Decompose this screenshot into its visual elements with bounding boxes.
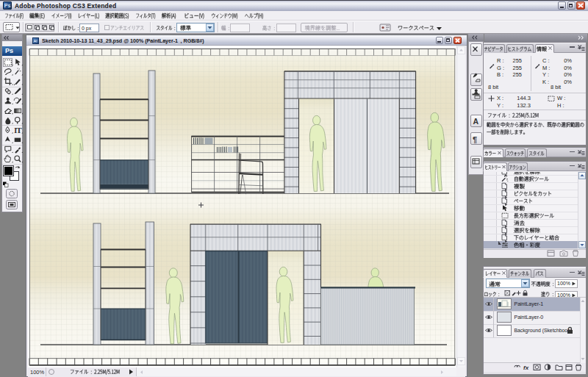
svg-text:T: T	[16, 126, 22, 134]
svg-text:¶: ¶	[473, 135, 477, 144]
svg-text:A: A	[473, 117, 479, 126]
svg-text:fx: fx	[523, 365, 529, 371]
